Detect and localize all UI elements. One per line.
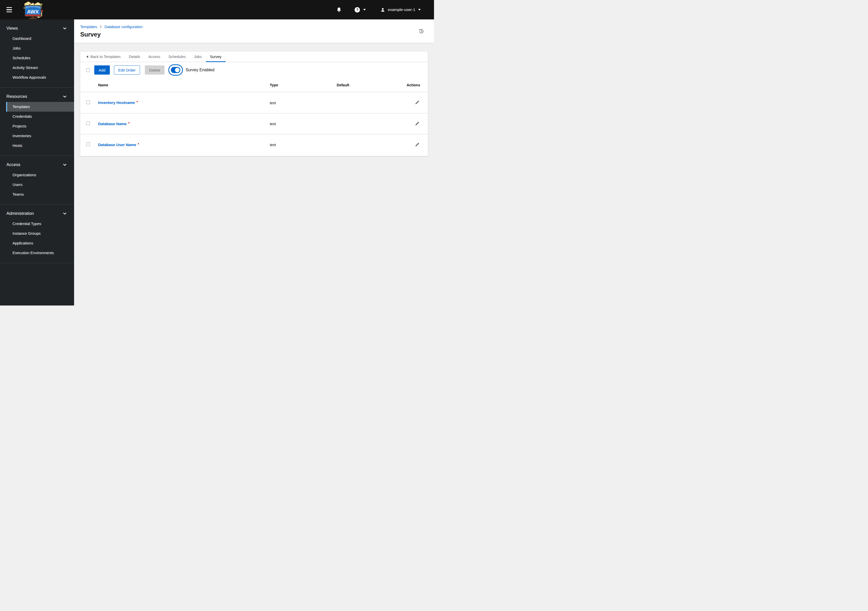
- sidebar-item-execution-environments[interactable]: Execution Environments: [6, 248, 74, 258]
- sidebar-item-credential-types[interactable]: Credential Types: [6, 219, 74, 229]
- nav-group-access-header[interactable]: Access: [0, 160, 74, 170]
- chevron-down-icon: [63, 164, 67, 166]
- sidebar-item-hosts[interactable]: Hosts: [6, 141, 74, 150]
- required-asterisk: *: [136, 100, 138, 104]
- sidebar-item-users[interactable]: Users: [6, 180, 74, 189]
- help-menu-button[interactable]: ?: [355, 7, 366, 12]
- user-icon: [381, 8, 385, 12]
- breadcrumb-database-configuration-link[interactable]: Database configuration: [104, 25, 143, 29]
- tab-bar: Back to Templates Details Access Schedul…: [80, 51, 428, 62]
- page-header: Templates Database configuration Survey: [74, 19, 434, 43]
- table-header-row: Name Type Default Actions: [80, 78, 428, 92]
- sidebar-item-workflow-approvals[interactable]: Workflow Approvals: [6, 73, 74, 82]
- survey-question-link[interactable]: Inventory Hostname*: [98, 101, 138, 105]
- table-row: Database User Name* text: [80, 134, 428, 155]
- tab-jobs[interactable]: Jobs: [190, 51, 206, 62]
- content-area: Back to Templates Details Access Schedul…: [74, 43, 434, 306]
- question-type: text: [270, 101, 337, 105]
- survey-toolbar: Add Edit Order Delete Survey Enabled: [80, 62, 428, 78]
- toggle-track: [171, 67, 180, 73]
- required-asterisk: *: [138, 142, 139, 146]
- edit-question-button[interactable]: [414, 99, 420, 106]
- caret-left-icon: [86, 56, 88, 58]
- chevron-right-icon: [100, 25, 102, 28]
- breadcrumb-templates-link[interactable]: Templates: [80, 25, 97, 29]
- chevron-down-icon: [418, 9, 421, 11]
- awx-logo[interactable]: AWX: [19, 0, 45, 19]
- chevron-down-icon: [63, 96, 67, 98]
- breadcrumb: Templates Database configuration: [80, 25, 428, 29]
- bell-icon: [337, 7, 341, 12]
- global-nav-toggle-icon[interactable]: [6, 7, 12, 12]
- tab-details[interactable]: Details: [125, 51, 144, 62]
- topbar-actions: ? example-user-1: [337, 7, 434, 12]
- svg-text:AWX: AWX: [27, 9, 39, 15]
- question-type: text: [270, 143, 337, 147]
- row-checkbox[interactable]: [86, 101, 90, 104]
- pencil-icon: [415, 121, 420, 126]
- nav-group-resources-header[interactable]: Resources: [0, 91, 74, 102]
- required-asterisk: *: [128, 121, 130, 126]
- user-name: example-user-1: [388, 8, 415, 12]
- delete-button[interactable]: Delete: [145, 65, 164, 74]
- sidebar-item-activity-stream[interactable]: Activity Stream: [6, 63, 74, 73]
- sidebar-item-teams[interactable]: Teams: [6, 189, 74, 199]
- survey-question-link[interactable]: Database User Name*: [98, 143, 139, 147]
- sidebar-item-templates[interactable]: Templates: [6, 102, 74, 112]
- row-checkbox[interactable]: [86, 142, 90, 146]
- survey-enabled-toggle[interactable]: [168, 64, 183, 76]
- sidebar-item-projects[interactable]: Projects: [6, 121, 74, 131]
- tab-schedules[interactable]: Schedules: [164, 51, 190, 62]
- nav-group-administration-header[interactable]: Administration: [0, 208, 74, 219]
- table-row: Inventory Hostname* text: [80, 92, 428, 113]
- sidebar-item-organizations[interactable]: Organizations: [6, 170, 74, 180]
- sidebar-item-inventories[interactable]: Inventories: [6, 131, 74, 141]
- survey-enabled-label: Survey Enabled: [186, 68, 214, 72]
- actions-column-header: Actions: [404, 83, 420, 87]
- tab-back-to-templates[interactable]: Back to Templates: [82, 51, 125, 62]
- question-type: text: [270, 122, 337, 126]
- pencil-icon: [415, 142, 420, 147]
- history-icon: [418, 29, 424, 34]
- top-navigation-bar: AWX ? example-user-1: [0, 0, 434, 19]
- table-row: Database Name* text: [80, 113, 428, 134]
- chevron-down-icon: [363, 9, 366, 11]
- sidebar-item-applications[interactable]: Applications: [6, 238, 74, 248]
- nav-group-administration: Administration Credential Types Instance…: [0, 205, 74, 263]
- chevron-down-icon: [63, 212, 67, 214]
- nav-group-access: Access Organizations Users Teams: [0, 156, 74, 205]
- page-title: Survey: [80, 31, 428, 38]
- awx-app: AWX ? example-user-1: [0, 0, 434, 306]
- sidebar-item-instance-groups[interactable]: Instance Groups: [6, 229, 74, 238]
- tab-survey[interactable]: Survey: [206, 51, 226, 62]
- main-content: Templates Database configuration Survey: [74, 19, 434, 306]
- nav-group-views: Views Dashboard Jobs Schedules Activity …: [0, 19, 74, 88]
- sidebar-item-dashboard[interactable]: Dashboard: [6, 34, 74, 43]
- activity-history-button[interactable]: [418, 29, 424, 34]
- nav-group-views-header[interactable]: Views: [0, 23, 74, 34]
- name-column-header: Name: [98, 83, 270, 87]
- question-mark-icon: ?: [355, 7, 360, 12]
- edit-question-button[interactable]: [414, 121, 420, 127]
- sidebar-navigation: Views Dashboard Jobs Schedules Activity …: [0, 19, 74, 306]
- notifications-button[interactable]: [337, 7, 341, 12]
- nav-group-resources: Resources Templates Credentials Projects…: [0, 88, 74, 156]
- default-column-header: Default: [337, 83, 404, 87]
- add-button[interactable]: Add: [94, 65, 110, 74]
- survey-card: Back to Templates Details Access Schedul…: [80, 51, 428, 156]
- sidebar-item-schedules[interactable]: Schedules: [6, 53, 74, 63]
- sidebar-item-credentials[interactable]: Credentials: [6, 112, 74, 121]
- chevron-down-icon: [63, 27, 67, 29]
- user-menu-button[interactable]: example-user-1: [381, 8, 421, 12]
- edit-question-button[interactable]: [414, 141, 420, 148]
- row-checkbox[interactable]: [86, 121, 90, 125]
- sidebar-item-jobs[interactable]: Jobs: [6, 43, 74, 53]
- select-all-checkbox[interactable]: [86, 68, 90, 72]
- survey-question-link[interactable]: Database Name*: [98, 122, 130, 126]
- pencil-icon: [415, 100, 420, 105]
- tab-access[interactable]: Access: [144, 51, 164, 62]
- type-column-header: Type: [270, 83, 337, 87]
- edit-order-button[interactable]: Edit Order: [114, 65, 140, 74]
- awx-logo-image: AWX: [19, 0, 45, 19]
- toggle-knob: [175, 68, 180, 72]
